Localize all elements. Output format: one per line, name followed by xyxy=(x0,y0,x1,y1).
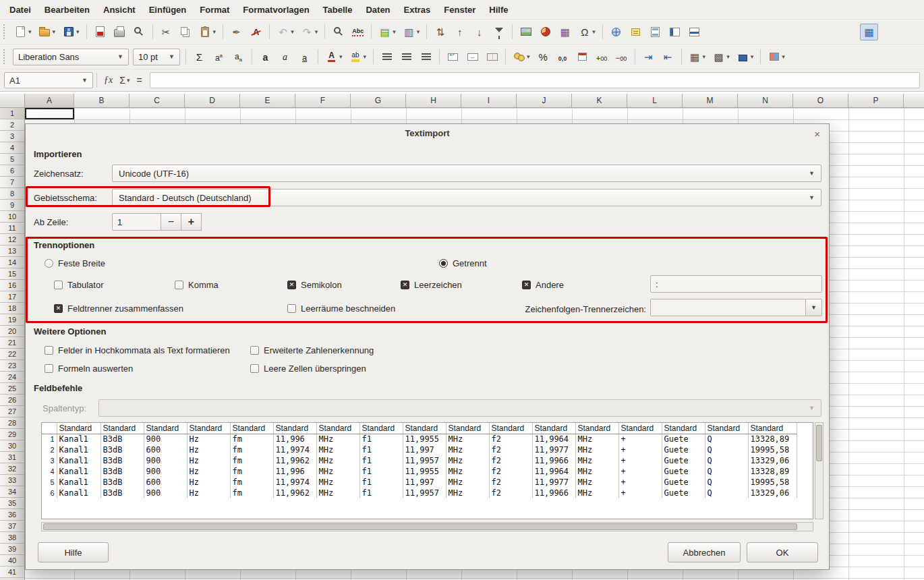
radio-separated[interactable]: Getrennt xyxy=(439,257,487,269)
column-header-C[interactable]: C xyxy=(129,94,185,108)
row-header-1[interactable]: 1 xyxy=(0,108,24,119)
dropdown-arrow-icon[interactable]: ▾ xyxy=(127,77,130,84)
row-header-4[interactable]: 4 xyxy=(0,142,24,154)
row-header-30[interactable]: 30 xyxy=(0,440,24,452)
preview-column-header[interactable]: Standard xyxy=(230,423,273,434)
column-header-N[interactable]: N xyxy=(738,94,793,108)
chevron-down-icon[interactable]: ▼ xyxy=(809,170,815,177)
sort-ascending-icon[interactable]: ↑ xyxy=(451,24,469,40)
insert-image-icon[interactable] xyxy=(517,24,535,40)
row-header-21[interactable]: 21 xyxy=(0,337,24,349)
radio-fixed-width[interactable]: Feste Breite xyxy=(45,257,105,269)
row-header-13[interactable]: 13 xyxy=(0,245,24,257)
increment-button[interactable]: + xyxy=(181,213,202,231)
row-header-39[interactable]: 39 xyxy=(0,544,24,555)
clone-formatting-icon[interactable]: ✒ xyxy=(227,24,246,40)
chevron-down-icon[interactable]: ▼ xyxy=(806,299,822,316)
row-header-40[interactable]: 40 xyxy=(0,555,24,567)
redo-icon[interactable]: ↷▾ xyxy=(298,24,321,40)
row-header-23[interactable]: 23 xyxy=(0,360,24,372)
preview-table-container[interactable]: StandardStandardStandardStandardStandard… xyxy=(41,422,813,519)
checkbox-comma[interactable]: Komma xyxy=(175,279,219,291)
preview-column-header[interactable]: Standard xyxy=(705,423,748,434)
chevron-down-icon[interactable]: ▼ xyxy=(165,53,175,60)
conditional-formatting-icon[interactable]: ▾ xyxy=(765,49,788,65)
headers-footers-icon[interactable] xyxy=(646,24,664,40)
row-header-32[interactable]: 32 xyxy=(0,463,24,475)
row-header-20[interactable]: 20 xyxy=(0,326,24,337)
row-header-38[interactable]: 38 xyxy=(0,532,24,544)
font-color-icon[interactable]: ▾ xyxy=(322,49,345,65)
row-header-9[interactable]: 9 xyxy=(0,200,24,211)
function-wizard-icon[interactable]: ƒx xyxy=(104,75,113,86)
column-header-M[interactable]: M xyxy=(683,94,738,108)
preview-column-header[interactable]: Standard xyxy=(187,423,230,434)
column-header-L[interactable]: L xyxy=(627,94,683,108)
dropdown-arrow-icon[interactable]: ▾ xyxy=(393,28,396,35)
column-header-O[interactable]: O xyxy=(793,94,848,108)
insert-columns-icon[interactable]: ▥▾ xyxy=(400,24,423,40)
preview-column-header[interactable]: Standard xyxy=(662,423,705,434)
row-header-34[interactable]: 34 xyxy=(0,486,24,498)
preview-horizontal-scrollbar[interactable] xyxy=(41,522,813,531)
row-header-16[interactable]: 16 xyxy=(0,280,24,291)
font-size-combobox[interactable]: 10 pt▼ xyxy=(133,49,180,65)
row-header-31[interactable]: 31 xyxy=(0,452,24,463)
select-all-corner[interactable] xyxy=(0,94,25,108)
preview-column-header[interactable]: Standard xyxy=(316,423,359,434)
row-header-19[interactable]: 19 xyxy=(0,314,24,326)
add-decimal-icon[interactable] xyxy=(593,49,611,65)
currency-format-icon[interactable]: ▾ xyxy=(510,49,533,65)
scrollbar-thumb[interactable] xyxy=(816,425,822,461)
locale-combobox[interactable]: Standard - Deutsch (Deutschland) ▼ xyxy=(112,189,821,206)
split-window-icon[interactable] xyxy=(685,24,703,40)
paste-icon[interactable]: ▾ xyxy=(196,24,219,40)
string-delimiter-value[interactable] xyxy=(650,299,806,316)
superscript-icon[interactable] xyxy=(210,49,228,65)
checkbox-skip-empty-cells[interactable]: Leere Zellen überspringen xyxy=(250,362,366,374)
checkbox-evaluate-formulas[interactable]: Formeln auswerten xyxy=(45,362,133,374)
checkbox-tab[interactable]: Tabulator xyxy=(54,279,103,291)
new-document-icon[interactable]: ▾ xyxy=(11,24,34,40)
column-header-G[interactable]: G xyxy=(351,94,406,108)
row-header-26[interactable]: 26 xyxy=(0,395,24,406)
column-header-J[interactable]: J xyxy=(517,94,572,108)
dropdown-arrow-icon[interactable]: ▾ xyxy=(527,53,530,60)
preview-column-header[interactable]: Standard xyxy=(100,423,144,434)
preview-column-header[interactable]: Standard xyxy=(144,423,187,434)
percent-format-icon[interactable]: % xyxy=(534,49,552,65)
menu-item-einfgen[interactable]: Einfügen xyxy=(142,0,194,19)
chevron-down-icon[interactable]: ▼ xyxy=(809,194,815,201)
formula-input[interactable] xyxy=(150,72,920,88)
row-header-15[interactable]: 15 xyxy=(0,268,24,280)
formula-icon[interactable]: = xyxy=(136,75,142,86)
from-row-input[interactable]: 1 xyxy=(112,213,161,231)
scrollbar-thumb[interactable] xyxy=(43,523,797,530)
column-header-K[interactable]: K xyxy=(572,94,627,108)
undo-icon[interactable]: ↶▾ xyxy=(274,24,297,40)
grid-lines-toggle-icon[interactable]: ▦ xyxy=(860,24,878,40)
ok-button[interactable]: OK xyxy=(747,542,818,562)
row-header-41[interactable]: 41 xyxy=(0,567,24,578)
delete-decimal-icon[interactable] xyxy=(612,49,631,65)
column-header-partial[interactable] xyxy=(904,94,924,108)
menu-item-ansicht[interactable]: Ansicht xyxy=(96,0,142,19)
dropdown-arrow-icon[interactable]: ▾ xyxy=(28,28,32,35)
row-header-18[interactable]: 18 xyxy=(0,303,24,314)
menu-item-hilfe[interactable]: Hilfe xyxy=(482,0,515,19)
menu-item-fenster[interactable]: Fenster xyxy=(437,0,482,19)
autofilter-icon[interactable] xyxy=(490,24,508,40)
row-header-17[interactable]: 17 xyxy=(0,291,24,303)
row-header-35[interactable]: 35 xyxy=(0,498,24,509)
dropdown-arrow-icon[interactable]: ▾ xyxy=(291,28,294,35)
underline-icon[interactable] xyxy=(295,49,314,65)
highlight-color-icon[interactable]: ▾ xyxy=(347,49,370,65)
menu-item-daten[interactable]: Daten xyxy=(359,0,397,19)
name-box-dropdown-icon[interactable]: ▼ xyxy=(82,77,88,84)
row-header-22[interactable]: 22 xyxy=(0,349,24,360)
dropdown-arrow-icon[interactable]: ▾ xyxy=(315,28,318,35)
checkbox-merge-delimiters[interactable]: ✕ Feldtrenner zusammenfassen xyxy=(54,302,183,314)
dropdown-arrow-icon[interactable]: ▾ xyxy=(339,53,343,60)
increase-indent-icon[interactable]: ⇥ xyxy=(639,49,658,65)
menu-item-tabelle[interactable]: Tabelle xyxy=(316,0,359,19)
